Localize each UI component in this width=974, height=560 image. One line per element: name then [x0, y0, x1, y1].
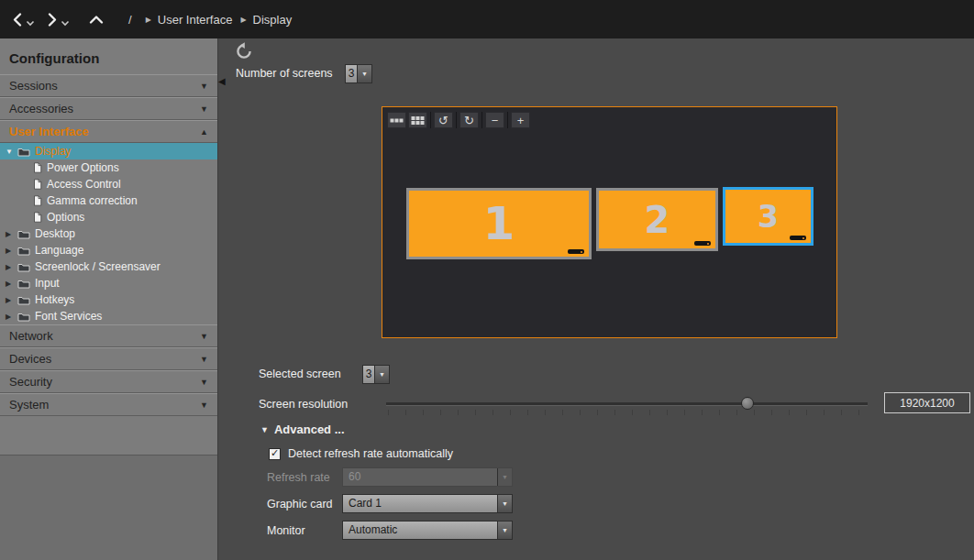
toolbar-separator [456, 112, 457, 128]
tree-item-display[interactable]: ▼ Display [0, 143, 217, 159]
monitor-label: Monitor [267, 524, 305, 537]
section-label: Sessions [9, 79, 58, 93]
triangle-up-icon: ▲ [200, 127, 208, 137]
triangle-down-icon: ▼ [200, 332, 208, 341]
tree-item-label: Desktop [35, 227, 75, 240]
dropdown-arrow-icon[interactable]: ▼ [357, 65, 371, 82]
section-system[interactable]: System ▼ [0, 393, 217, 416]
breadcrumb-display[interactable]: Display [253, 13, 293, 27]
selected-screen-select[interactable]: 3 ▼ [362, 365, 390, 384]
tree-item-desktop[interactable]: ▶ Desktop [0, 225, 217, 242]
chevron-left-icon [12, 12, 23, 27]
sidebar-collapse-handle[interactable]: ◀ [218, 77, 226, 86]
folder-icon [17, 262, 30, 272]
breadcrumb-root[interactable]: / [128, 13, 132, 27]
detect-refresh-label: Detect refresh rate automatically [288, 447, 453, 460]
expander-icon[interactable]: ▶ [6, 247, 17, 255]
section-accessories[interactable]: Accessories ▼ [0, 97, 217, 120]
monitor-3[interactable]: 3 [723, 187, 814, 246]
reset-icon [235, 42, 253, 60]
dropdown-arrow-icon[interactable]: ▼ [497, 495, 512, 512]
file-icon [33, 195, 42, 206]
tree-item-language[interactable]: ▶ Language [0, 242, 217, 258]
select-value: 3 [363, 366, 374, 383]
expander-icon[interactable]: ▶ [6, 296, 17, 304]
monitor-2[interactable]: 2 [596, 188, 718, 251]
tree-item-label: Access Control [47, 178, 121, 191]
rotate-ccw-button[interactable]: ↺ [434, 112, 453, 128]
arrange-grid-button[interactable] [408, 112, 427, 128]
triangle-down-icon: ▼ [200, 401, 208, 410]
select-value: 3 [346, 65, 357, 82]
advanced-expander[interactable]: ▼ Advanced ... [260, 423, 345, 436]
dropdown-arrow-icon: ▼ [497, 468, 512, 486]
select-value: Card 1 [343, 495, 497, 512]
triangle-down-icon: ▼ [200, 104, 208, 114]
tree-item-font-services[interactable]: ▶ Font Services [0, 308, 217, 324]
chevron-up-icon [88, 13, 105, 26]
up-button[interactable] [88, 13, 105, 26]
tree-item-options[interactable]: Options [0, 209, 217, 225]
tree-item-gamma-correction[interactable]: Gamma correction [0, 192, 217, 209]
crumb-arrow-icon: ▶ [146, 16, 151, 24]
expander-icon[interactable]: ▶ [6, 263, 17, 271]
tree-item-screenlock-screensaver[interactable]: ▶ Screenlock / Screensaver [0, 258, 217, 275]
graphic-card-label: Graphic card [267, 498, 333, 511]
back-button[interactable] [12, 12, 35, 27]
detect-refresh-checkbox[interactable]: ✓ [269, 448, 281, 460]
folder-icon [17, 229, 30, 239]
tree-item-input[interactable]: ▶ Input [0, 275, 217, 291]
configuration-sidebar: Configuration Sessions ▼ Accessories ▼ U… [0, 38, 217, 560]
folder-icon [17, 295, 30, 305]
monitor-arrangement-panel: ↺ ↻ − + 1 2 3 [382, 106, 837, 338]
expander-icon[interactable]: ▶ [6, 280, 17, 288]
monitor-number: 1 [483, 197, 515, 250]
tree-item-label: Display [35, 145, 71, 158]
slider-track[interactable] [386, 402, 868, 406]
dropdown-arrow-icon[interactable]: ▼ [374, 366, 389, 383]
toolbar-separator [481, 112, 482, 128]
resolution-slider-knob[interactable] [741, 397, 754, 410]
advanced-label: Advanced ... [274, 423, 345, 436]
file-icon [33, 179, 42, 190]
section-devices[interactable]: Devices ▼ [0, 347, 217, 370]
dropdown-arrow-icon[interactable]: ▼ [497, 522, 512, 539]
chevron-down-icon [61, 20, 70, 27]
section-label: Accessories [9, 102, 73, 115]
sidebar-title: Configuration [0, 38, 217, 74]
tree-item-hotkeys[interactable]: ▶ Hotkeys [0, 291, 217, 308]
remove-screen-button[interactable]: − [485, 112, 504, 128]
grid-layout-icon [411, 115, 425, 126]
sidebar-empty-area [0, 455, 217, 560]
monitor-number: 2 [645, 199, 670, 241]
power-led-strip [568, 249, 584, 254]
file-icon [33, 162, 42, 173]
reset-button[interactable] [235, 42, 253, 60]
section-security[interactable]: Security ▼ [0, 370, 217, 393]
breadcrumb-user-interface[interactable]: User Interface [158, 13, 233, 27]
add-screen-button[interactable]: + [511, 112, 530, 128]
forward-button[interactable] [47, 12, 70, 27]
number-of-screens-select[interactable]: 3 ▼ [345, 64, 372, 83]
resolution-value[interactable]: 1920x1200 [884, 392, 970, 413]
section-sessions[interactable]: Sessions ▼ [0, 74, 217, 97]
resolution-slider[interactable] [386, 398, 868, 411]
chevron-down-icon [26, 20, 35, 27]
rotate-cw-button[interactable]: ↻ [459, 112, 479, 128]
arrange-row-button[interactable] [387, 112, 406, 128]
graphic-card-select[interactable]: Card 1 ▼ [342, 494, 513, 513]
power-led-strip [790, 236, 806, 240]
expander-icon[interactable]: ▶ [6, 230, 17, 238]
expander-icon[interactable]: ▼ [6, 148, 17, 156]
tree-item-power-options[interactable]: Power Options [0, 159, 217, 176]
display-settings-panel: ◀ Number of screens 3 ▼ ↺ [217, 38, 974, 560]
monitor-number: 3 [758, 199, 779, 235]
expander-icon[interactable]: ▶ [6, 313, 17, 321]
monitor-1[interactable]: 1 [406, 188, 592, 259]
folder-icon [17, 147, 30, 157]
tree-item-access-control[interactable]: Access Control [0, 176, 217, 192]
section-network[interactable]: Network ▼ [0, 324, 217, 347]
screen-resolution-label: Screen resolution [259, 398, 348, 411]
monitor-select[interactable]: Automatic ▼ [342, 521, 513, 540]
section-user-interface[interactable]: User Interface ▲ [0, 120, 217, 143]
